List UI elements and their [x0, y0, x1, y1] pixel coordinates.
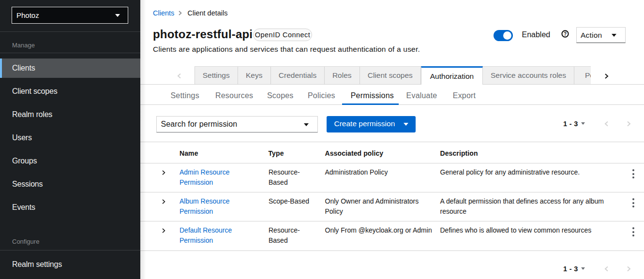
svg-text:?: ? — [563, 31, 566, 37]
